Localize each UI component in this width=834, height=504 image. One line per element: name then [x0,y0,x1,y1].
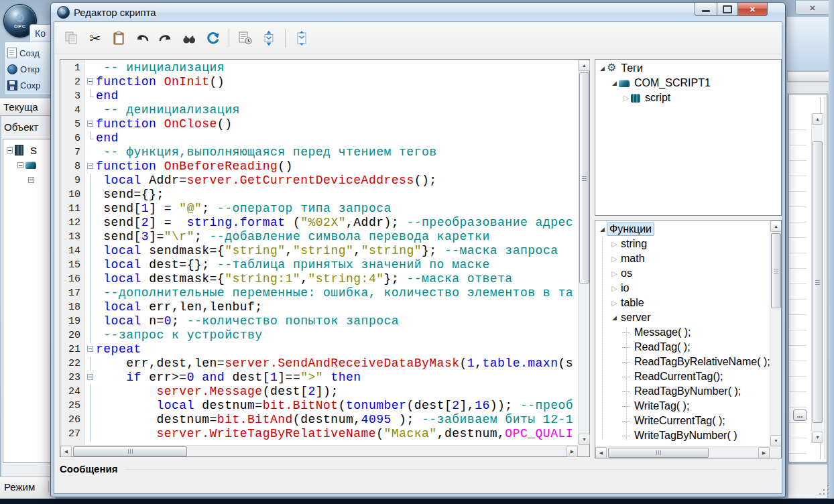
property-grid-scrollbar[interactable]: ▲ ▼ [811,113,823,443]
code-text[interactable]: -- инициализация [96,61,578,75]
sync-vertical-button[interactable] [259,29,278,48]
code-line[interactable]: 15 local dest={}; --таблица принятых зна… [60,258,578,272]
tree-item[interactable]: ReadTagByNumber( ); [595,384,770,399]
tree-item[interactable]: WriteTag( ); [595,399,770,414]
scroll-down-button[interactable]: ▼ [579,434,590,445]
resize-grip-icon[interactable] [819,485,830,496]
fold-marker[interactable] [86,75,96,89]
expander-closed-icon[interactable]: ▷ [610,269,619,278]
code-line[interactable]: 1 -- инициализация [60,61,578,75]
code-line[interactable]: 17 --дополнительные переменные: ошибка, … [60,286,578,300]
functions-tree[interactable]: ◢Функции▷string▷math▷os▷io▷table◢serverM… [595,222,770,446]
code-line[interactable]: 5function OnClose() [60,117,578,131]
code-line[interactable]: 7 -- функция,выполняющаяся перед чтением… [60,145,578,160]
functions-vertical-scrollbar[interactable]: ▲ ▼ [770,220,781,446]
undo-button[interactable] [133,29,152,48]
code-area[interactable]: 1 -- инициализация2function OnInit()3end… [60,61,578,445]
code-line[interactable]: 10 send={}; [60,188,578,202]
code-text[interactable]: local destmask={"string:1","string:4"}; … [96,272,578,286]
scrollbar-thumb[interactable] [73,446,187,456]
cut-button[interactable]: ✂ [86,29,105,48]
expander-closed-icon[interactable]: ▷ [622,94,631,103]
redo-button[interactable] [156,29,175,48]
code-text[interactable]: local sendmask={"string","string","strin… [96,244,578,258]
code-text[interactable]: local Addr=server.GetCurrentDeviceAddres… [96,174,578,188]
editor-horizontal-scrollbar[interactable]: ◀ ▶ [60,445,578,456]
tree-item[interactable] [3,172,55,187]
collapse-minus-icon[interactable] [17,162,23,168]
code-line[interactable]: 3end [60,89,578,103]
code-text[interactable]: local n=0; --количество попыток запроса [96,314,578,328]
functions-horizontal-scrollbar[interactable]: ◀ ▶ [595,446,770,458]
tree-item[interactable] [3,158,55,172]
code-text[interactable]: local err,len,lenbuf; [96,300,578,314]
code-text[interactable]: local destnum=bit.BitNot(tonumber(dest[2… [96,399,578,413]
more-button[interactable]: ... [793,410,807,421]
objects-tree[interactable]: S [3,139,56,463]
code-line[interactable]: 4 -- деинициализация [60,103,578,117]
tree-item[interactable]: ◢Функции [595,222,770,237]
expander-open-icon[interactable]: ◢ [610,314,619,321]
refresh-button[interactable] [203,29,222,48]
check-script-button[interactable] [236,29,255,48]
code-text[interactable]: send={}; [96,188,578,202]
code-line[interactable]: 26 destnum=bit.BitAnd(destnum,4095 ); --… [60,413,578,427]
code-line[interactable]: 23 if err>=0 and dest[1]==">" then [60,371,578,385]
code-text[interactable]: err,dest,len=server.SendAndReceiveDataBy… [96,357,578,371]
code-text[interactable]: if err>=0 and dest[1]==">" then [96,371,578,385]
tree-item[interactable]: ▷os [595,266,770,281]
code-text[interactable]: send[1] = "@"; --оператор типа запроса [96,202,578,216]
code-line[interactable]: 20 --запрос к устройству [60,328,578,342]
code-text[interactable]: --дополнительные переменные: ошибка, кол… [96,286,578,300]
code-text[interactable]: function OnInit() [96,75,578,89]
code-text[interactable]: end [96,131,578,145]
scroll-up-button[interactable]: ▲ [812,113,823,125]
expander-closed-icon[interactable]: ▷ [610,284,619,293]
code-text[interactable]: function OnBeforeReading() [96,160,578,174]
scrollbar-thumb[interactable] [813,141,823,423]
expander-closed-icon[interactable]: ▷ [610,255,619,263]
code-line[interactable]: 11 send[1] = "@"; --оператор типа запрос… [60,202,578,216]
fold-marker[interactable] [86,160,96,174]
code-line[interactable]: 9 local Addr=server.GetCurrentDeviceAddr… [60,174,578,188]
scroll-left-button[interactable]: ◀ [60,446,72,457]
tree-item[interactable]: ReadTagByRelativeName( ); [595,355,770,369]
create-button[interactable]: Созд [7,45,54,61]
fold-marker[interactable] [86,117,96,131]
code-text[interactable]: --запрос к устройству [96,328,578,342]
code-line[interactable]: 25 local destnum=bit.BitNot(tonumber(des… [60,399,578,413]
minimize-button[interactable] [695,3,717,16]
fold-marker[interactable] [86,371,96,385]
code-line[interactable]: 27 server.WriteTagByRelativeName("Маска"… [60,427,578,441]
editor-vertical-scrollbar[interactable]: ▲ ▼ [578,60,589,445]
code-line[interactable]: 19 local n=0; --количество попыток запро… [60,314,578,328]
tree-item[interactable]: ▷math [595,251,770,266]
copy-button[interactable] [62,29,81,48]
parent-close-button[interactable]: × [795,1,830,15]
code-text[interactable]: -- функция,выполняющаяся перед чтением т… [96,145,578,160]
tree-item[interactable]: WriteTagByNumber( ) [595,428,770,443]
tree-item[interactable]: WriteCurrentTag( ); [595,414,770,428]
find-button[interactable] [180,29,198,48]
code-text[interactable]: server.Message(dest[2]); [96,385,578,399]
code-text[interactable]: -- деинициализация [96,103,578,117]
tree-item[interactable]: ◢COM_SCRIPT1 [595,76,781,90]
scroll-down-button[interactable]: ▼ [770,435,782,446]
tree-item[interactable]: ▷string [595,237,770,251]
code-text[interactable]: send[2] = string.format ("%02X",Addr); -… [96,216,578,230]
scrollbar-thumb[interactable] [608,448,709,458]
collapse-minus-icon[interactable] [7,147,13,153]
code-text[interactable]: function OnClose() [96,117,578,131]
code-line[interactable]: 24 server.Message(dest[2]); [60,385,578,399]
scroll-down-button[interactable]: ▼ [812,432,823,443]
tags-tree[interactable]: ◢⚙Теги◢COM_SCRIPT1▷script [595,61,781,215]
code-text[interactable]: destnum=bit.BitAnd(destnum,4095 ); --заб… [96,413,578,427]
expander-closed-icon[interactable]: ▷ [610,240,619,249]
code-line[interactable]: 8function OnBeforeReading() [60,160,578,174]
code-text[interactable]: send[3]="\r"; --добавление символа перев… [96,230,578,244]
code-line[interactable]: 13 send[3]="\r"; --добавление символа пе… [60,230,578,244]
expander-open-icon[interactable]: ◢ [610,80,619,86]
expander-closed-icon[interactable]: ▷ [610,299,619,308]
tree-item[interactable]: Message( ); [595,325,770,340]
tree-item[interactable]: ◢server [595,310,770,325]
